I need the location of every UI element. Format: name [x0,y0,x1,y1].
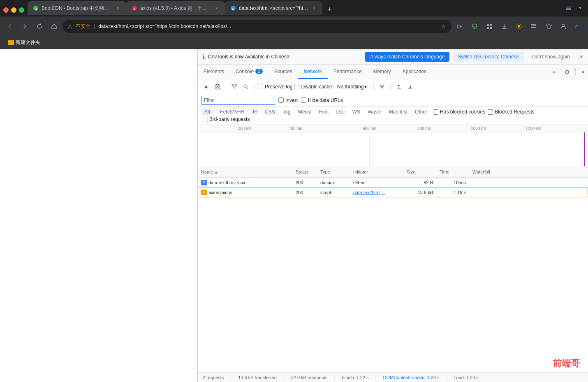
wifi-icon[interactable] [377,82,387,92]
more-tabs-button[interactable]: » [547,69,561,75]
svg-point-18 [244,85,247,88]
filter-fetch-xhr[interactable]: Fetch/XHR [217,108,248,116]
tab-bootcdn[interactable]: B BootCDN - Bootstrap 中文网开… × [28,1,126,15]
record-button[interactable]: ● [201,82,211,92]
new-tab-button[interactable]: + [324,4,335,15]
home-button[interactable] [48,20,61,33]
tab-settings-button[interactable] [575,3,585,13]
timeline-area: 200 ms 400 ms 600 ms 800 ms 1000 ms 1200… [198,125,588,166]
th-type[interactable]: Type [317,169,350,174]
dont-show-again-button[interactable]: Don't show again [527,52,575,62]
filter-other[interactable]: Other [412,108,431,116]
filter-input[interactable] [201,96,275,105]
initiator-link-1[interactable]: data:text/html,... [353,190,385,195]
filter-font[interactable]: Font [315,108,332,116]
tab-performance[interactable]: Performance [328,65,368,79]
table-row[interactable]: J axios.min.js 200 script data:text/html… [198,188,588,197]
tab-sources[interactable]: Sources [269,65,298,79]
tab-console[interactable]: Console 2 [230,65,269,79]
blocked-requests-checkbox[interactable]: Blocked Requests [488,109,535,115]
throttle-dropdown[interactable]: No throttling ▾ [334,83,370,90]
td-type-1: script [317,190,350,195]
clear-button[interactable] [213,82,222,92]
network-table: Name ▲ Status Type Initiator Size Time W… [198,166,588,372]
toolbar-divider-1 [226,83,226,90]
tab-close-1[interactable]: × [115,5,121,12]
table-row[interactable]: D data:text/html,<scr... 200 docum... Ot… [198,178,588,188]
filter-media[interactable]: Media [295,108,315,116]
switch-chinese-button[interactable]: Switch DevTools to Chinese [453,52,524,62]
tab-elements[interactable]: Elements [198,65,230,79]
search-button[interactable] [241,82,251,92]
reload-button[interactable] [33,20,46,33]
filter-img[interactable]: Img [279,108,294,116]
filter-ws[interactable]: WS [349,108,363,116]
svg-point-16 [575,28,576,29]
third-party-requests-checkbox[interactable]: 3rd-party requests [203,116,250,122]
forward-button[interactable] [18,20,31,33]
devtools-tabs: Elements Console 2 Sources Network Perfo… [198,65,588,79]
filter-css[interactable]: CSS [262,108,278,116]
tab-data-html[interactable]: D data:text/html,<script src="*ht… × [225,1,322,15]
tab-network[interactable]: Network [298,65,328,79]
th-time[interactable]: Time [436,169,469,174]
tab-close-3[interactable]: × [310,5,317,12]
cast-button[interactable] [572,20,585,33]
download-icon[interactable] [405,82,415,92]
more-tools-icon[interactable] [527,20,540,33]
tab-memory[interactable]: Memory [367,65,396,79]
has-blocked-cookies-checkbox[interactable]: Has blocked cookies [433,109,485,115]
th-size[interactable]: Size [403,169,436,174]
tab-close-2[interactable]: × [213,5,220,12]
th-waterfall[interactable]: Waterfall [469,169,588,174]
devtools-settings-icon[interactable]: ⚙ [565,69,570,75]
address-bar[interactable]: ⚠ 不安全 | data:text/html,<script src="http… [63,20,451,33]
filter-all[interactable]: All [201,108,213,116]
filter-doc[interactable]: Doc [333,108,348,116]
svg-rect-12 [531,24,536,25]
maximize-button[interactable] [19,7,24,13]
close-button[interactable] [3,7,9,13]
disable-cache-checkbox[interactable]: Disable cache [294,84,332,90]
devtools-close-button[interactable]: × [581,69,585,75]
main-content: ℹ DevTools is now available in Chinese! … [0,49,588,382]
match-language-button[interactable]: Always match Chrome's language [365,52,449,62]
back-button[interactable] [3,20,16,33]
minimize-button[interactable] [11,7,16,13]
filter-wasm[interactable]: Wasm [364,108,385,116]
tab-application[interactable]: Application [397,65,433,79]
bookmark-star-icon[interactable]: ☆ [441,23,447,30]
bookmark-folder-item[interactable]: 新建文件夹 [5,37,44,48]
tab-title-1: BootCDN - Bootstrap 中文网开… [42,5,112,12]
th-initiator[interactable]: Initiator [350,169,403,174]
notification-close-button[interactable]: × [580,53,583,60]
devtools-more-options-icon[interactable]: ⋮ [572,68,579,76]
timeline-mark-600: 600 ms [363,126,376,131]
timeline-mark-1200: 1200 ms [525,126,541,131]
clothes-icon[interactable] [542,20,555,33]
preserve-log-checkbox[interactable]: Preserve log [258,84,292,90]
td-size-0: 82 B [403,180,436,185]
downloads-button[interactable] [498,20,511,33]
hide-data-urls-checkbox[interactable]: Hide data URLs [301,97,343,103]
svg-rect-6 [457,25,460,28]
js-file-icon: J [201,190,207,195]
filter-js[interactable]: JS [248,108,261,116]
timeline-body [198,132,588,166]
apps-button[interactable] [483,20,496,33]
tab-favicon-2: A [131,5,138,12]
toolbar-divider-3 [373,83,374,90]
filter-manifest[interactable]: Manifest [386,108,411,116]
upload-icon[interactable] [394,82,404,92]
theme-button[interactable] [512,20,525,33]
extensions-button[interactable] [453,20,466,33]
profile-button[interactable] [557,20,570,33]
tab-axios[interactable]: A axios (v1.5.0) - Axios 是一个基… × [126,1,225,15]
invert-checkbox[interactable]: Invert [278,97,298,103]
filter-button[interactable] [229,82,239,92]
th-status[interactable]: Status [292,169,317,174]
svg-text:B: B [35,7,37,11]
filter-bar: Invert Hide data URLs [198,94,588,106]
tab-list-button[interactable] [563,3,573,13]
shield-icon[interactable] [468,20,481,33]
